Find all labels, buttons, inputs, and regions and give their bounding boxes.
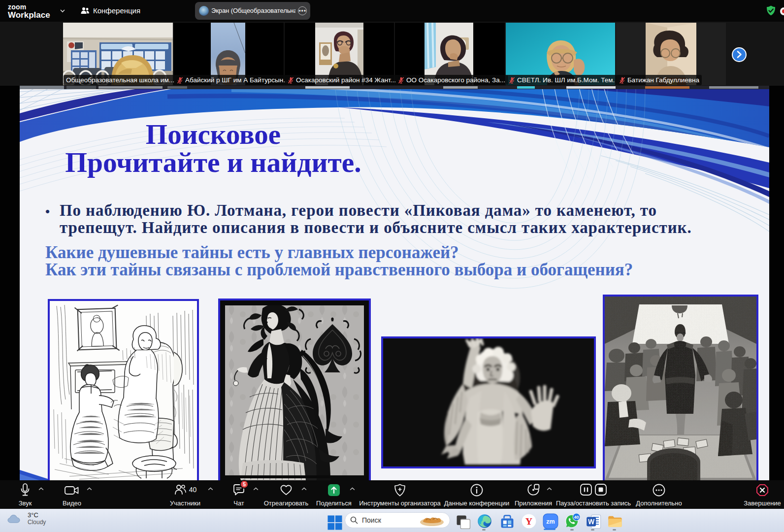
svg-text:zm: zm — [546, 518, 555, 525]
svg-text:40: 40 — [574, 515, 579, 520]
svg-text:Y: Y — [525, 516, 532, 527]
